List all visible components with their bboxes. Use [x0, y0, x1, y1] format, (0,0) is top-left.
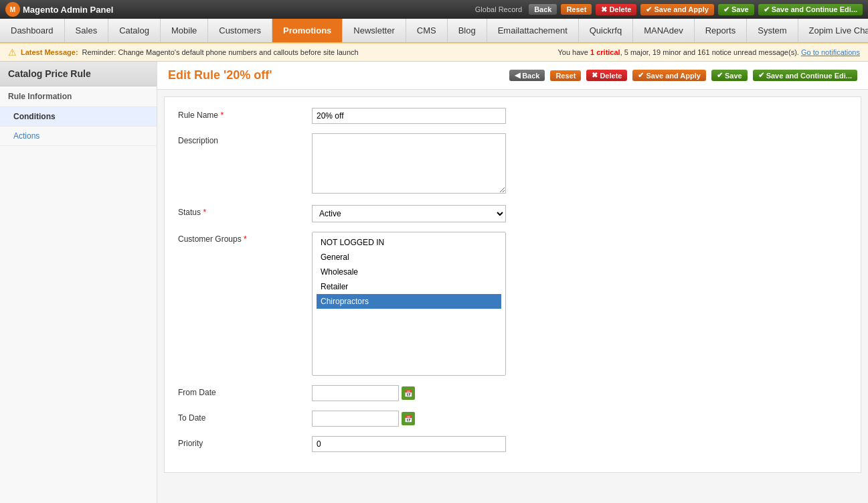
topbar-save-button[interactable]: ✔ Save [718, 4, 754, 15]
to-date-row: To Date 📅 [178, 411, 847, 427]
global-record-label: Global Record [475, 5, 522, 13]
logo-icon: M [5, 2, 20, 17]
nav-cms[interactable]: CMS [406, 19, 448, 42]
sidebar-item-conditions[interactable]: Conditions [0, 107, 157, 127]
sidebar-section-rule-info: Rule Information [0, 86, 157, 107]
description-textarea[interactable] [312, 133, 506, 194]
logo-text: Magento Admin Panel [23, 5, 113, 15]
customer-groups-label: Customer Groups * [178, 232, 312, 244]
alert-right: You have 1 critical, 5 major, 19 minor a… [557, 48, 860, 56]
main-back-button[interactable]: ◀ Back [509, 70, 545, 81]
navbar: Dashboard Sales Catalog Mobile Customers… [0, 19, 868, 43]
to-date-label: To Date [178, 411, 312, 423]
description-row: Description [178, 133, 847, 196]
save-continue-icon: ✔ [764, 5, 770, 14]
status-row: Status * Active Inactive [178, 205, 847, 222]
nav-emailattachement[interactable]: Emailattachement [487, 19, 579, 42]
cg-option-not-logged: NOT LOGGED IN [317, 235, 501, 250]
notice-count: 161 [697, 48, 709, 56]
main-header: Edit Rule '20% off' ◀ Back Reset ✖ Delet… [157, 62, 868, 90]
from-date-wrap: 📅 [312, 385, 506, 401]
nav-manadev[interactable]: MANAdev [633, 19, 695, 42]
from-date-input[interactable] [312, 385, 399, 401]
main-save-icon: ✔ [717, 71, 723, 80]
nav-system[interactable]: System [747, 19, 798, 42]
sidebar-item-actions[interactable]: Actions [0, 127, 157, 146]
main-save-button[interactable]: ✔ Save [711, 70, 748, 81]
status-select[interactable]: Active Inactive [312, 205, 506, 222]
to-date-input[interactable] [312, 411, 399, 427]
alert-bold-label: Latest Message: [21, 48, 78, 56]
main-save-continue-icon: ✔ [758, 71, 764, 80]
status-label: Status * [178, 205, 312, 217]
from-date-label: From Date [178, 385, 312, 397]
from-date-control: 📅 [312, 385, 506, 401]
nav-reports[interactable]: Reports [695, 19, 748, 42]
to-date-wrap: 📅 [312, 411, 506, 427]
main-save-apply-button[interactable]: ✔ Save and Apply [632, 70, 706, 81]
nav-catalog[interactable]: Catalog [108, 19, 161, 42]
nav-zopim[interactable]: Zopim Live Chat [798, 19, 868, 42]
rule-name-row: Rule Name * [178, 108, 847, 124]
rule-name-label: Rule Name * [178, 108, 312, 120]
main-delete-icon: ✖ [592, 71, 598, 80]
cg-option-general: General [317, 250, 501, 265]
alert-icon: ⚠ [8, 47, 17, 58]
to-date-calendar-button[interactable]: 📅 [402, 412, 415, 425]
nav-sales[interactable]: Sales [65, 19, 109, 42]
save-icon: ✔ [723, 5, 729, 14]
topbar-reset-button[interactable]: Reset [561, 4, 592, 15]
cg-option-wholesale: Wholesale [317, 265, 501, 279]
sidebar-title: Catalog Price Rule [0, 62, 157, 86]
main-delete-button[interactable]: ✖ Delete [586, 70, 627, 81]
nav-dashboard[interactable]: Dashboard [0, 19, 65, 42]
customer-groups-row: Customer Groups * NOT LOGGED IN General … [178, 232, 847, 376]
cg-option-retailer: Retailer [317, 279, 501, 294]
logo: M Magento Admin Panel [5, 2, 113, 17]
priority-input[interactable] [312, 436, 506, 452]
content-wrap: Catalog Price Rule Rule Information Cond… [0, 62, 868, 503]
customer-groups-select[interactable]: NOT LOGGED IN General Wholesale Retailer… [312, 232, 506, 376]
delete-icon: ✖ [601, 5, 607, 14]
topbar: M Magento Admin Panel Global Record Back… [0, 0, 868, 19]
description-label: Description [178, 133, 312, 145]
to-date-control: 📅 [312, 411, 506, 427]
priority-control [312, 436, 506, 452]
alert-message: Reminder: Change Magento's default phone… [82, 48, 359, 56]
alertbar: ⚠ Latest Message: Reminder: Change Magen… [0, 43, 868, 62]
description-control [312, 133, 506, 196]
sidebar: Catalog Price Rule Rule Information Cond… [0, 62, 157, 503]
main-reset-button[interactable]: Reset [550, 70, 581, 81]
main-panel: Edit Rule '20% off' ◀ Back Reset ✖ Delet… [157, 62, 868, 503]
priority-label: Priority [178, 436, 312, 448]
main-edit-title: Edit Rule '20% off' [168, 68, 504, 82]
cg-option-chiropractors: Chiropractors [317, 294, 501, 309]
priority-row: Priority [178, 436, 847, 452]
save-apply-icon: ✔ [646, 5, 652, 14]
from-date-row: From Date 📅 [178, 385, 847, 401]
nav-newsletter[interactable]: Newsletter [343, 19, 406, 42]
nav-quickrfq[interactable]: Quickrfq [579, 19, 633, 42]
nav-blog[interactable]: Blog [448, 19, 487, 42]
notifications-link[interactable]: Go to notifications [801, 48, 860, 56]
critical-count: 1 critical [590, 48, 620, 56]
topbar-back-button[interactable]: Back [529, 4, 557, 15]
status-control: Active Inactive [312, 205, 506, 222]
main-save-apply-icon: ✔ [638, 71, 644, 80]
nav-customers[interactable]: Customers [208, 19, 272, 42]
form-section: Rule Name * Description Status * [164, 96, 861, 473]
nav-mobile[interactable]: Mobile [161, 19, 208, 42]
from-date-calendar-button[interactable]: 📅 [402, 386, 415, 400]
nav-promotions[interactable]: Promotions [272, 19, 343, 42]
topbar-save-apply-button[interactable]: ✔ Save and Apply [640, 4, 714, 15]
rule-name-control [312, 108, 506, 124]
rule-name-input[interactable] [312, 108, 506, 124]
main-save-continue-button[interactable]: ✔ Save and Continue Edi... [753, 70, 857, 81]
customer-groups-control: NOT LOGGED IN General Wholesale Retailer… [312, 232, 506, 376]
topbar-save-continue-button[interactable]: ✔ Save and Continue Edi... [758, 4, 863, 15]
topbar-delete-button[interactable]: ✖ Delete [596, 4, 636, 15]
